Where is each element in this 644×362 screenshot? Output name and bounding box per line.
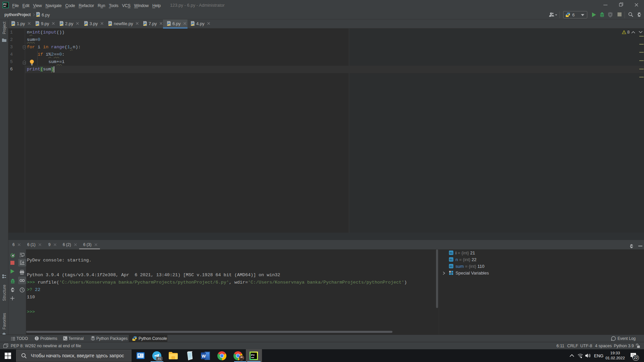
- svg-text:01: 01: [450, 258, 453, 261]
- svg-text:01: 01: [450, 265, 453, 268]
- svg-text:01: 01: [450, 251, 453, 254]
- svg-text:PC: PC: [251, 354, 255, 357]
- svg-text:W: W: [202, 354, 206, 359]
- svg-text:PC: PC: [3, 3, 7, 5]
